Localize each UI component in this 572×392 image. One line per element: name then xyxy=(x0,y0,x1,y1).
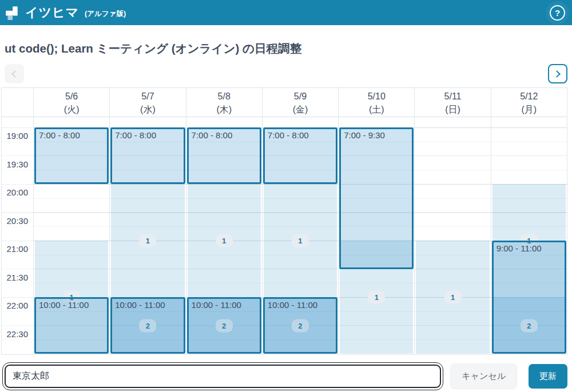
next-week-button[interactable] xyxy=(548,64,567,83)
update-button[interactable]: 更新 xyxy=(529,364,567,389)
day-header: 5/9(金) xyxy=(262,88,338,117)
chevron-right-icon xyxy=(553,70,561,78)
time-block-label: 9:00 - 11:00 xyxy=(494,242,565,254)
week-nav xyxy=(5,64,567,83)
time-block-label: 10:00 - 11:00 xyxy=(265,299,336,311)
time-block-label: 7:00 - 8:00 xyxy=(36,129,107,141)
day-date: 5/9 xyxy=(263,90,338,103)
day-weekday: (木) xyxy=(186,103,262,116)
day-weekday: (日) xyxy=(415,103,490,116)
alpha-version-badge: (アルファ版) xyxy=(85,9,126,19)
day-header: 5/10(土) xyxy=(338,88,414,117)
time-label: 21:30 xyxy=(6,271,28,285)
day-weekday: (月) xyxy=(491,103,567,116)
page-title: ut code(); Learn ミーティング (オンライン) の日程調整 xyxy=(5,41,567,57)
day-header: 5/7(水) xyxy=(109,88,185,117)
time-label: 22:00 xyxy=(6,299,28,313)
app-bar: イツヒマ (アルファ版) ? xyxy=(0,0,572,25)
selected-time-block[interactable]: 7:00 - 8:00 xyxy=(34,127,109,184)
day-column[interactable]: 129:00 - 11:00 xyxy=(491,117,567,354)
time-block-label: 7:00 - 8:00 xyxy=(189,129,260,141)
selected-time-block[interactable]: 7:00 - 9:30 xyxy=(339,127,414,269)
app-logo-icon xyxy=(5,5,19,20)
prev-week-button[interactable] xyxy=(5,64,24,83)
day-weekday: (土) xyxy=(339,103,414,116)
time-label: 19:30 xyxy=(6,158,28,171)
app-name: イツヒマ xyxy=(25,4,79,21)
time-block-label: 7:00 - 8:00 xyxy=(265,129,336,141)
availability-count-badge: 1 xyxy=(139,234,156,247)
day-date: 5/6 xyxy=(34,90,109,103)
time-block-label: 10:00 - 11:00 xyxy=(189,299,260,311)
availability-count-badge: 1 xyxy=(444,291,462,304)
day-column[interactable]: 127:00 - 8:0010:00 - 11:00 xyxy=(109,117,185,354)
day-date: 5/10 xyxy=(339,90,414,103)
selected-time-block[interactable]: 7:00 - 8:00 xyxy=(110,127,185,184)
question-mark-icon: ? xyxy=(555,8,560,18)
time-block-label: 10:00 - 11:00 xyxy=(112,299,183,311)
day-date: 5/12 xyxy=(491,90,567,103)
selected-time-block[interactable]: 7:00 - 8:00 xyxy=(187,127,261,184)
time-label: 19:00 xyxy=(6,129,28,143)
time-gutter: 19:0019:3020:0020:3021:0021:3022:0022:30 xyxy=(2,117,33,354)
cancel-button[interactable]: キャンセル xyxy=(450,363,517,389)
selected-time-block[interactable]: 10:00 - 11:00 xyxy=(187,297,261,354)
availability-count-badge: 1 xyxy=(292,234,309,247)
chevron-left-icon xyxy=(11,70,19,78)
day-weekday: (金) xyxy=(263,103,338,116)
day-column[interactable]: 127:00 - 8:0010:00 - 11:00 xyxy=(186,117,262,354)
gutter-header-cell xyxy=(2,88,33,117)
selected-time-block[interactable]: 10:00 - 11:00 xyxy=(110,297,185,354)
selected-time-block[interactable]: 10:00 - 11:00 xyxy=(34,297,109,354)
schedule-grid: 5/6(火)5/7(水)5/8(木)5/9(金)5/10(土)5/11(日)5/… xyxy=(1,87,567,355)
time-label: 20:30 xyxy=(6,214,28,228)
availability-count-badge: 1 xyxy=(368,291,385,304)
selected-time-block[interactable]: 10:00 - 11:00 xyxy=(263,297,337,354)
day-header: 5/8(木) xyxy=(186,88,262,117)
time-label: 22:30 xyxy=(6,327,28,341)
participant-name-input[interactable] xyxy=(5,365,441,388)
day-column[interactable]: 17:00 - 9:30 xyxy=(338,117,414,354)
grid-body: 19:0019:3020:0020:3021:0021:3022:0022:30… xyxy=(2,117,567,354)
day-header: 5/6(火) xyxy=(33,88,109,117)
day-column[interactable]: 1 xyxy=(414,117,490,354)
time-block-label: 10:00 - 11:00 xyxy=(36,299,107,311)
participant-form: キャンセル 更新 xyxy=(5,363,567,389)
day-column[interactable]: 17:00 - 8:0010:00 - 11:00 xyxy=(33,117,109,354)
day-date: 5/8 xyxy=(186,90,262,103)
day-date: 5/11 xyxy=(415,90,490,103)
day-weekday: (火) xyxy=(34,103,109,116)
day-date: 5/7 xyxy=(110,90,185,103)
grid-header-row: 5/6(火)5/7(水)5/8(木)5/9(金)5/10(土)5/11(日)5/… xyxy=(2,88,567,117)
selected-time-block[interactable]: 7:00 - 8:00 xyxy=(263,127,337,184)
help-button[interactable]: ? xyxy=(550,5,565,21)
time-block-label: 7:00 - 9:30 xyxy=(341,129,412,141)
day-column[interactable]: 127:00 - 8:0010:00 - 11:00 xyxy=(262,117,338,354)
time-block-label: 7:00 - 8:00 xyxy=(112,129,183,141)
time-label: 21:00 xyxy=(6,242,28,256)
availability-count-badge: 1 xyxy=(216,234,233,247)
day-header: 5/11(日) xyxy=(414,88,490,117)
selected-time-block[interactable]: 9:00 - 11:00 xyxy=(492,241,566,354)
day-weekday: (水) xyxy=(110,103,185,116)
day-header: 5/12(月) xyxy=(491,88,567,117)
time-label: 20:00 xyxy=(6,186,28,199)
